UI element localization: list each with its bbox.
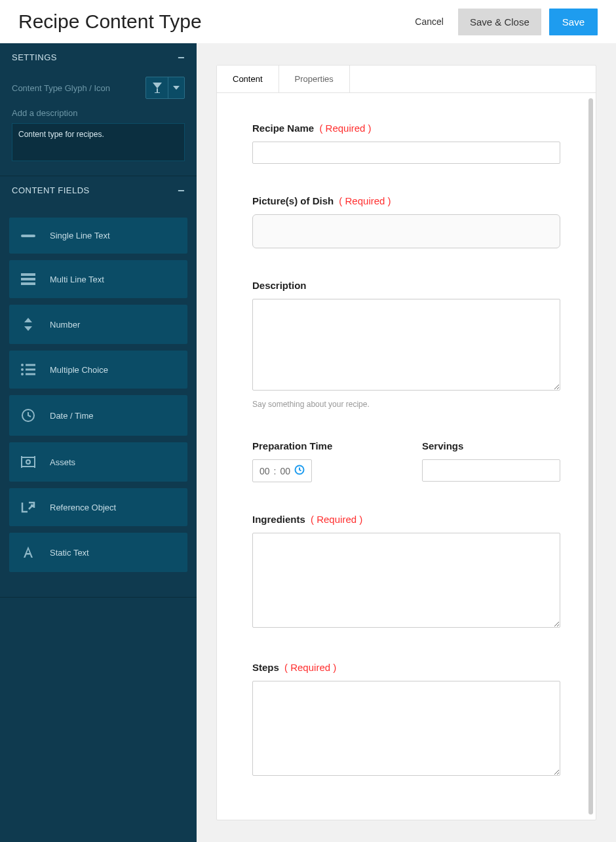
- field-type-multi-line-text[interactable]: Multi Line Text: [9, 260, 187, 298]
- save-close-button[interactable]: Save & Close: [458, 9, 541, 35]
- field-ingredients: Ingredients ( Required ): [252, 514, 560, 630]
- settings-section-body: Content Type Glyph / Icon Add a descript…: [0, 71, 197, 176]
- page-header: Recipe Content Type Cancel Save & Close …: [0, 0, 616, 43]
- content-fields-section-header[interactable]: CONTENT FIELDS −: [0, 176, 197, 204]
- clock-icon: [18, 408, 38, 423]
- time-mm: 00: [280, 466, 290, 476]
- prep-time-label: Preparation Time: [252, 440, 332, 451]
- minus-icon: −: [178, 54, 185, 62]
- description-label: Description: [252, 280, 307, 291]
- field-recipe-name: Recipe Name ( Required ): [252, 123, 560, 164]
- svg-rect-7: [26, 369, 35, 371]
- svg-rect-9: [26, 373, 35, 375]
- description-hint: Say something about your recipe.: [252, 400, 560, 409]
- required-tag: ( Required ): [339, 195, 391, 206]
- field-type-single-line-text[interactable]: Single Line Text: [9, 218, 187, 254]
- sidebar: SETTINGS − Content Type Glyph / Icon Add…: [0, 43, 197, 842]
- pictures-upload-area[interactable]: [252, 214, 560, 248]
- pictures-label: Picture(s) of Dish: [252, 195, 334, 206]
- content-fields-header-label: CONTENT FIELDS: [12, 185, 90, 195]
- field-row-prep-servings: Preparation Time 00 : 00: [252, 440, 560, 482]
- tabs-header: Content Properties: [217, 66, 596, 93]
- field-type-label: Single Line Text: [50, 231, 110, 240]
- required-tag: ( Required ): [311, 514, 362, 525]
- field-type-label: Multi Line Text: [50, 275, 104, 284]
- time-hh: 00: [260, 466, 270, 476]
- prep-time-input[interactable]: 00 : 00: [252, 459, 312, 482]
- number-stepper-icon: [18, 318, 38, 331]
- minus-icon: −: [178, 187, 185, 195]
- martini-glass-icon: [146, 77, 168, 98]
- svg-rect-0: [21, 235, 35, 237]
- recipe-name-input[interactable]: [252, 142, 560, 164]
- main-area: Content Properties Recipe Name ( Require…: [197, 43, 616, 842]
- field-type-label: Multiple Choice: [50, 365, 108, 375]
- field-type-reference-object[interactable]: Reference Object: [9, 488, 187, 526]
- recipe-name-label: Recipe Name: [252, 123, 314, 134]
- multi-line-icon: [18, 273, 38, 285]
- tab-properties[interactable]: Properties: [279, 66, 350, 92]
- field-type-label: Static Text: [50, 548, 89, 558]
- chevron-down-icon: [168, 77, 184, 98]
- field-type-label: Assets: [50, 457, 75, 467]
- field-type-multiple-choice[interactable]: Multiple Choice: [9, 351, 187, 389]
- field-type-static-text[interactable]: Static Text: [9, 533, 187, 572]
- svg-rect-5: [26, 364, 35, 366]
- description-textarea[interactable]: [252, 299, 560, 391]
- svg-rect-1: [21, 273, 35, 276]
- assets-icon: [18, 455, 38, 469]
- svg-rect-3: [21, 282, 35, 285]
- save-button[interactable]: Save: [549, 9, 598, 35]
- field-type-number[interactable]: Number: [9, 305, 187, 344]
- required-tag: ( Required ): [284, 662, 336, 673]
- field-type-date-time[interactable]: Date / Time: [9, 395, 187, 436]
- description-textarea[interactable]: [12, 123, 185, 161]
- svg-point-4: [21, 364, 24, 366]
- single-line-icon: [18, 233, 38, 239]
- text-a-icon: [18, 546, 38, 559]
- glyph-label: Content Type Glyph / Icon: [12, 83, 110, 93]
- field-pictures: Picture(s) of Dish ( Required ): [252, 195, 560, 248]
- field-type-label: Reference Object: [50, 503, 116, 512]
- content-fields-body: Single Line Text Multi Line Text Number …: [0, 204, 197, 592]
- servings-input[interactable]: [422, 459, 560, 482]
- list-icon: [18, 364, 38, 375]
- tabs-container: Content Properties Recipe Name ( Require…: [216, 65, 596, 820]
- field-type-label: Date / Time: [50, 411, 93, 421]
- required-tag: ( Required ): [319, 123, 371, 134]
- svg-point-8: [21, 373, 24, 375]
- tab-content[interactable]: Content: [217, 66, 279, 92]
- ingredients-textarea[interactable]: [252, 533, 560, 628]
- glyph-selector[interactable]: [145, 77, 185, 99]
- clock-icon: [294, 465, 305, 477]
- steps-label: Steps: [252, 662, 279, 673]
- field-type-assets[interactable]: Assets: [9, 442, 187, 482]
- scrollbar[interactable]: [588, 98, 593, 814]
- content-tab-panel: Recipe Name ( Required ) Picture(s) of D…: [217, 93, 596, 820]
- ingredients-label: Ingredients: [252, 514, 305, 525]
- servings-label: Servings: [422, 440, 463, 451]
- settings-section-header[interactable]: SETTINGS −: [0, 43, 197, 71]
- page-title: Recipe Content Type: [18, 10, 202, 33]
- reference-icon: [18, 501, 38, 513]
- cancel-button[interactable]: Cancel: [408, 11, 450, 32]
- steps-textarea[interactable]: [252, 681, 560, 776]
- header-actions: Cancel Save & Close Save: [408, 9, 598, 35]
- settings-header-label: SETTINGS: [12, 52, 57, 62]
- svg-point-6: [21, 368, 24, 371]
- field-description: Description Say something about your rec…: [252, 280, 560, 409]
- svg-rect-2: [21, 278, 35, 280]
- field-type-label: Number: [50, 320, 80, 330]
- description-label: Add a description: [12, 108, 185, 118]
- time-sep: :: [274, 466, 277, 476]
- field-steps: Steps ( Required ): [252, 662, 560, 778]
